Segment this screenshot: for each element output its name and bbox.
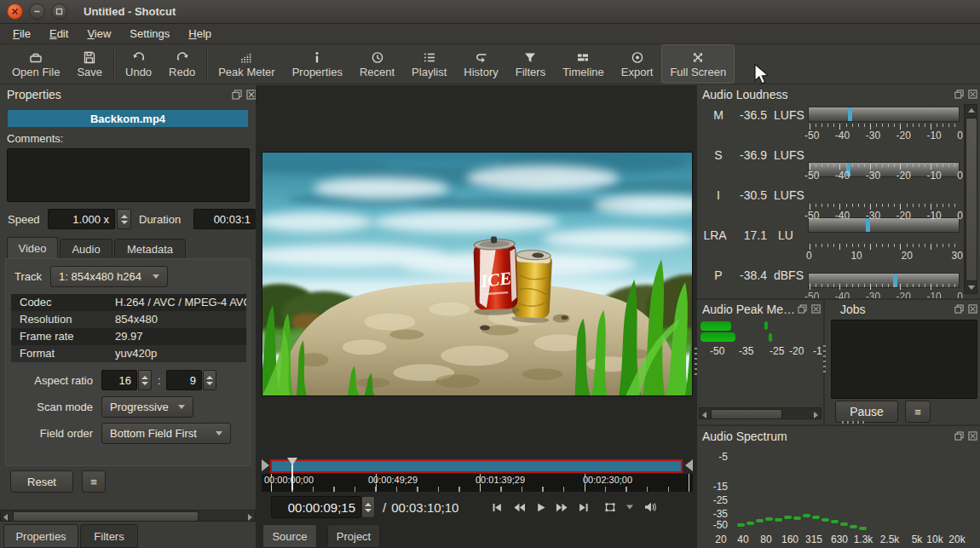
playhead[interactable]	[291, 458, 293, 490]
filters-button[interactable]: Filters	[507, 44, 554, 84]
undo-button[interactable]: Undo	[117, 44, 160, 84]
properties-menu-button[interactable]: ≡	[82, 470, 106, 493]
open-file-button[interactable]: Open File	[3, 44, 68, 84]
volume-button[interactable]	[643, 501, 659, 513]
scrollbar-thumb[interactable]	[13, 511, 199, 522]
loudness-vscrollbar[interactable]	[964, 104, 977, 294]
scroll-right-arrow[interactable]	[814, 412, 818, 418]
aspect-den-input[interactable]: 9	[166, 370, 202, 390]
skip-to-start-button[interactable]	[490, 502, 504, 513]
audio-loudness-panel: Audio Loudness M -36.5 LUFS -50-40-30-20…	[697, 85, 980, 300]
recent-button[interactable]: Recent	[351, 44, 403, 84]
history-button[interactable]: History	[455, 44, 506, 84]
scrub-bar[interactable]	[270, 459, 683, 473]
menu-edit[interactable]: Edit	[40, 25, 78, 43]
aspect-num-stepper[interactable]	[138, 370, 152, 390]
tab-source[interactable]: Source	[262, 524, 317, 548]
export-button[interactable]: Export	[613, 44, 662, 84]
meter-ticks	[808, 204, 960, 210]
window-minimize-button[interactable]	[29, 3, 45, 20]
spectrum-y-label: -15	[697, 481, 728, 493]
rewind-button[interactable]	[511, 502, 527, 513]
tab-video[interactable]: Video	[7, 237, 58, 259]
float-panel-icon[interactable]	[232, 89, 242, 100]
aspect-num-input[interactable]: 16	[101, 370, 137, 390]
float-panel-icon[interactable]	[954, 431, 964, 441]
close-panel-icon[interactable]	[968, 304, 977, 314]
zoom-fit-icon	[603, 501, 617, 513]
track-dropdown[interactable]: 1: 854x480 h264	[50, 266, 168, 287]
play-button[interactable]	[534, 502, 546, 513]
menu-file[interactable]: File	[3, 25, 40, 43]
skip-start-icon	[490, 502, 504, 513]
full-screen-button[interactable]: Full Screen	[661, 44, 735, 84]
scan-mode-dropdown[interactable]: Progressive	[101, 396, 193, 418]
window-close-button[interactable]	[7, 3, 23, 20]
window-maximize-button[interactable]	[51, 3, 67, 20]
position-input[interactable]: 00:00:09;15	[271, 496, 361, 518]
horizontal-splitter[interactable]	[842, 421, 866, 424]
tab-metadata[interactable]: Metadata	[114, 239, 186, 259]
close-panel-icon[interactable]	[246, 89, 256, 100]
scrollbar-thumb[interactable]	[966, 118, 977, 281]
reset-button[interactable]: Reset	[10, 470, 73, 493]
save-button[interactable]: Save	[68, 44, 111, 84]
peak-hold-left	[764, 321, 768, 330]
dock-tab-properties[interactable]: Properties	[3, 524, 78, 548]
jobs-list[interactable]	[831, 320, 977, 399]
jobs-menu-button[interactable]: ≡	[905, 401, 931, 423]
peak-meter-button[interactable]: Peak Meter	[210, 44, 283, 84]
zoom-fit-button[interactable]	[603, 501, 617, 513]
volume-icon	[643, 501, 659, 513]
audio-peak-meter-title: Audio Peak Me…	[702, 303, 799, 316]
scroll-up-arrow[interactable]	[968, 108, 975, 112]
pause-button[interactable]: Pause	[835, 401, 898, 423]
menu-settings[interactable]: Settings	[120, 25, 179, 43]
skip-to-end-button[interactable]	[577, 502, 591, 513]
close-panel-icon[interactable]	[968, 89, 977, 99]
scroll-left-arrow[interactable]	[3, 514, 8, 521]
scroll-left-arrow[interactable]	[702, 412, 706, 418]
time-ruler[interactable]: 00:00:00;00 00:00:49;29 00:01:39;29 00:0…	[262, 474, 693, 492]
properties-hscrollbar[interactable]	[0, 510, 256, 522]
speed-stepper[interactable]	[117, 209, 131, 229]
scroll-right-arrow[interactable]	[248, 514, 252, 521]
meter-scale: -50-40-30-20-100	[804, 210, 963, 222]
speed-label: Speed	[8, 213, 40, 226]
chevron-down-icon	[216, 431, 222, 436]
menu-view[interactable]: View	[78, 25, 120, 43]
spectrum-y-label: -35	[697, 508, 728, 520]
speed-input[interactable]: 1.000 x	[48, 209, 115, 229]
scrollbar-thumb[interactable]	[711, 409, 782, 419]
video-tab-pane: Track 1: 854x480 h264 CodecH.264 / AVC /…	[5, 258, 251, 466]
redo-button[interactable]: Redo	[160, 44, 204, 84]
properties-button[interactable]: Properties	[284, 44, 351, 84]
trim-out-marker[interactable]	[685, 459, 693, 471]
playlist-button[interactable]: Playlist	[403, 44, 455, 84]
float-panel-icon[interactable]	[954, 304, 964, 314]
float-panel-icon[interactable]	[798, 304, 807, 314]
peak-scale-label: -50	[710, 345, 724, 357]
duration-input[interactable]: 00:03:1	[193, 209, 256, 229]
tab-project[interactable]: Project	[327, 524, 380, 548]
close-panel-icon[interactable]	[811, 304, 821, 314]
scrubber[interactable]: 00:00:00;00 00:00:49;29 00:01:39;29 00:0…	[262, 458, 693, 492]
zoom-menu-button[interactable]	[625, 503, 635, 511]
float-panel-icon[interactable]	[954, 89, 964, 99]
scroll-down-arrow[interactable]	[968, 286, 975, 290]
aspect-den-stepper[interactable]	[203, 370, 216, 390]
close-panel-icon[interactable]	[968, 431, 977, 441]
menu-help[interactable]: Help	[179, 25, 221, 43]
yellow-can	[511, 250, 552, 324]
comments-textarea[interactable]	[7, 148, 250, 202]
field-order-dropdown[interactable]: Bottom Field First	[101, 423, 231, 444]
dock-tab-filters[interactable]: Filters	[80, 524, 138, 548]
timeline-button[interactable]: Timeline	[554, 44, 613, 84]
vertical-splitter[interactable]	[823, 345, 826, 372]
peak-hscrollbar[interactable]	[699, 407, 821, 419]
position-stepper[interactable]	[361, 496, 375, 518]
info-icon	[308, 50, 326, 65]
trim-in-marker[interactable]	[262, 459, 269, 471]
fast-forward-button[interactable]	[554, 502, 569, 513]
tab-audio[interactable]: Audio	[60, 239, 112, 259]
